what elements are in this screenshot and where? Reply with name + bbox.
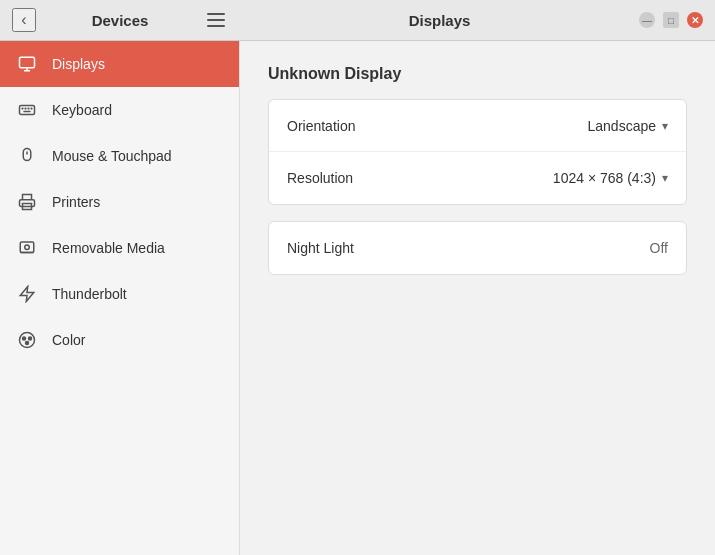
titlebar: ‹ Devices Displays — □ ✕ <box>0 0 715 41</box>
content-area: Unknown Display Orientation Landscape ▾ … <box>240 41 715 555</box>
removable-media-icon <box>16 237 38 259</box>
sidebar-item-mouse-label: Mouse & Touchpad <box>52 148 172 164</box>
svg-rect-13 <box>20 242 34 253</box>
sidebar-item-thunderbolt[interactable]: Thunderbolt <box>0 271 239 317</box>
sidebar-item-color[interactable]: Color <box>0 317 239 363</box>
printer-icon <box>16 191 38 213</box>
thunderbolt-icon <box>16 283 38 305</box>
window-title: Displays <box>240 12 639 29</box>
resolution-dropdown[interactable]: 1024 × 768 (4:3) ▾ <box>553 170 668 186</box>
mouse-icon <box>16 145 38 167</box>
sidebar-item-color-label: Color <box>52 332 85 348</box>
svg-marker-16 <box>20 287 34 302</box>
maximize-icon: □ <box>668 15 674 26</box>
minimize-icon: — <box>642 15 652 26</box>
sidebar-item-printers[interactable]: Printers <box>0 179 239 225</box>
svg-rect-3 <box>20 106 35 115</box>
sidebar-item-removable-media-label: Removable Media <box>52 240 165 256</box>
night-light-row[interactable]: Night Light Off <box>269 222 686 274</box>
resolution-dropdown-arrow: ▾ <box>662 171 668 185</box>
section-title: Unknown Display <box>268 65 687 83</box>
orientation-dropdown-arrow: ▾ <box>662 119 668 133</box>
back-button[interactable]: ‹ <box>12 8 36 32</box>
svg-point-14 <box>25 245 30 250</box>
menu-button[interactable] <box>204 8 228 32</box>
sidebar-item-mouse[interactable]: Mouse & Touchpad <box>0 133 239 179</box>
resolution-label: Resolution <box>287 170 353 186</box>
sidebar: Displays Keyboard <box>0 41 240 555</box>
svg-rect-0 <box>20 57 35 68</box>
svg-point-18 <box>23 337 26 340</box>
sidebar-item-printers-label: Printers <box>52 194 100 210</box>
resolution-value: 1024 × 768 (4:3) <box>553 170 656 186</box>
display-icon <box>16 53 38 75</box>
svg-point-20 <box>26 342 29 345</box>
display-settings-card: Orientation Landscape ▾ Resolution 1024 … <box>268 99 687 205</box>
maximize-button[interactable]: □ <box>663 12 679 28</box>
sidebar-item-removable-media[interactable]: Removable Media <box>0 225 239 271</box>
hamburger-line <box>207 25 225 27</box>
back-icon: ‹ <box>21 11 26 29</box>
minimize-button[interactable]: — <box>639 12 655 28</box>
orientation-value: Landscape <box>587 118 656 134</box>
color-icon <box>16 329 38 351</box>
sidebar-item-keyboard[interactable]: Keyboard <box>0 87 239 133</box>
main-area: Displays Keyboard <box>0 41 715 555</box>
close-button[interactable]: ✕ <box>687 12 703 28</box>
night-light-label: Night Light <box>287 240 354 256</box>
sidebar-item-displays[interactable]: Displays <box>0 41 239 87</box>
orientation-dropdown[interactable]: Landscape ▾ <box>587 118 668 134</box>
sidebar-item-thunderbolt-label: Thunderbolt <box>52 286 127 302</box>
close-icon: ✕ <box>691 15 699 26</box>
sidebar-item-displays-label: Displays <box>52 56 105 72</box>
night-light-value: Off <box>650 240 668 256</box>
sidebar-title: Devices <box>52 12 188 29</box>
night-light-card: Night Light Off <box>268 221 687 275</box>
sidebar-item-keyboard-label: Keyboard <box>52 102 112 118</box>
keyboard-icon <box>16 99 38 121</box>
orientation-row: Orientation Landscape ▾ <box>269 100 686 152</box>
hamburger-line <box>207 19 225 21</box>
orientation-label: Orientation <box>287 118 355 134</box>
titlebar-left: ‹ Devices <box>0 8 240 32</box>
window-controls: — □ ✕ <box>639 12 715 28</box>
svg-point-19 <box>29 337 32 340</box>
hamburger-line <box>207 13 225 15</box>
resolution-row: Resolution 1024 × 768 (4:3) ▾ <box>269 152 686 204</box>
